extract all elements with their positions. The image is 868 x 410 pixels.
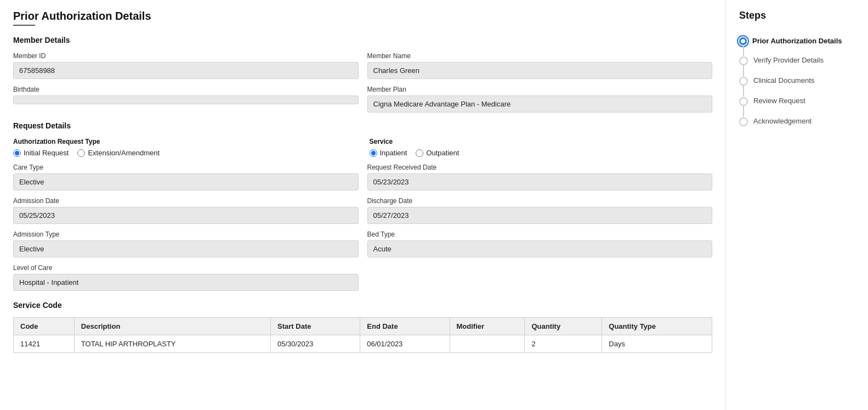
service-radio-options: Inpatient Outpatient: [370, 149, 713, 157]
discharge-date-label: Discharge Date: [367, 197, 713, 205]
auth-request-type-label: Authorization Request Type: [13, 138, 356, 145]
request-received-date-field: 05/23/2023: [367, 173, 713, 190]
service-table-head: Code Description Start Date End Date Mod…: [14, 318, 712, 335]
col-header-description: Description: [74, 318, 270, 335]
step-dot-prior-auth: [739, 37, 747, 45]
radio-initial-request[interactable]: Initial Request: [13, 149, 69, 157]
radio-inpatient-label: Inpatient: [380, 149, 407, 157]
level-of-care-group: Level of Care Hospital - Inpatient: [13, 264, 359, 291]
member-id-field: 675858988: [13, 62, 359, 79]
radio-extension-amendment-label: Extension/Amendment: [88, 149, 160, 157]
request-received-date-group: Request Received Date 05/23/2023: [367, 164, 713, 190]
service-code-table: Code Description Start Date End Date Mod…: [13, 317, 712, 353]
admission-date-label: Admission Date: [13, 197, 359, 205]
radio-inpatient-input[interactable]: [370, 149, 377, 157]
step-dot-verify-provider: [739, 57, 748, 65]
col-header-start-date: Start Date: [271, 318, 360, 335]
col-header-code: Code: [14, 318, 75, 335]
radio-initial-request-input[interactable]: [13, 149, 21, 157]
radio-initial-request-label: Initial Request: [24, 149, 69, 157]
step-item-verify-provider[interactable]: Verify Provider Details: [739, 50, 855, 71]
admission-discharge-row: Admission Date 05/25/2023 Discharge Date…: [13, 197, 712, 224]
discharge-date-field: 05/27/2023: [367, 207, 713, 224]
member-id-group: Member ID 675858988: [13, 52, 359, 79]
sidebar-title: Steps: [739, 10, 855, 21]
service-code-header: Service Code: [13, 301, 712, 310]
member-name-field: Charles Green: [367, 62, 713, 79]
radio-inpatient[interactable]: Inpatient: [370, 149, 407, 157]
table-row: 11421 TOTAL HIP ARTHROPLASTY 05/30/2023 …: [14, 335, 712, 353]
care-type-group: Care Type Elective: [13, 164, 359, 190]
care-type-date-row: Care Type Elective Request Received Date…: [13, 164, 712, 190]
radio-outpatient-input[interactable]: [416, 149, 423, 157]
cell-description: TOTAL HIP ARTHROPLASTY: [74, 335, 270, 353]
care-type-field: Elective: [13, 173, 359, 190]
admission-type-group: Admission Type Elective: [13, 231, 359, 257]
cell-modifier: [450, 335, 525, 353]
cell-quantity-type: Days: [602, 335, 712, 353]
member-id-label: Member ID: [13, 52, 359, 60]
sidebar: Steps Prior Authorization Details Verify…: [725, 0, 868, 410]
auth-radio-options: Initial Request Extension/Amendment: [13, 149, 356, 157]
service-label: Service: [370, 138, 713, 145]
col-header-quantity-type: Quantity Type: [602, 318, 712, 335]
admission-type-field: Elective: [13, 240, 359, 257]
member-name-label: Member Name: [367, 52, 713, 60]
bed-type-group: Bed Type Acute: [367, 231, 713, 257]
cell-code: 11421: [14, 335, 75, 353]
admission-date-field: 05/25/2023: [13, 207, 359, 224]
col-header-end-date: End Date: [360, 318, 450, 335]
cell-quantity: 2: [525, 335, 602, 353]
member-plan-field: Cigna Medicare Advantage Plan - Medicare: [367, 96, 713, 113]
radio-row: Authorization Request Type Initial Reque…: [13, 138, 712, 157]
member-plan-label: Member Plan: [367, 86, 713, 93]
birthdate-label: Birthdate: [13, 86, 359, 93]
service-table-header-row: Code Description Start Date End Date Mod…: [14, 318, 712, 335]
service-code-section: Service Code Code Description Start Date…: [13, 301, 712, 353]
radio-extension-amendment-input[interactable]: [77, 149, 85, 157]
request-received-date-label: Request Received Date: [367, 164, 713, 171]
level-of-care-row: Level of Care Hospital - Inpatient: [13, 264, 712, 291]
step-label-prior-auth: Prior Authorization Details: [752, 37, 842, 45]
bed-type-field: Acute: [367, 240, 713, 257]
col-header-modifier: Modifier: [450, 318, 525, 335]
birthdate-field: [13, 96, 359, 104]
col-header-quantity: Quantity: [525, 318, 602, 335]
service-table-body: 11421 TOTAL HIP ARTHROPLASTY 05/30/2023 …: [14, 335, 712, 353]
cell-end-date: 06/01/2023: [360, 335, 450, 353]
title-underline: [13, 25, 35, 26]
service-group: Service Inpatient Outpatient: [370, 138, 713, 157]
empty-group: [367, 264, 713, 291]
page-title: Prior Authorization Details: [13, 10, 712, 23]
admission-type-bed-type-row: Admission Type Elective Bed Type Acute: [13, 231, 712, 257]
member-plan-group: Member Plan Cigna Medicare Advantage Pla…: [367, 86, 713, 113]
main-content: Prior Authorization Details Member Detai…: [0, 0, 725, 410]
step-item-clinical-docs[interactable]: Clinical Documents: [739, 71, 855, 91]
member-id-name-row: Member ID 675858988 Member Name Charles …: [13, 52, 712, 79]
member-name-group: Member Name Charles Green: [367, 52, 713, 79]
level-of-care-label: Level of Care: [13, 264, 359, 272]
step-label-acknowledgement: Acknowledgement: [753, 117, 812, 125]
radio-outpatient[interactable]: Outpatient: [416, 149, 459, 157]
steps-list: Prior Authorization Details Verify Provi…: [739, 31, 855, 132]
step-item-prior-auth[interactable]: Prior Authorization Details: [739, 31, 855, 50]
radio-extension-amendment[interactable]: Extension/Amendment: [77, 149, 160, 157]
birthdate-group: Birthdate: [13, 86, 359, 113]
radio-outpatient-label: Outpatient: [426, 149, 459, 157]
discharge-date-group: Discharge Date 05/27/2023: [367, 197, 713, 224]
member-details-header: Member Details: [13, 36, 712, 44]
auth-request-type-group: Authorization Request Type Initial Reque…: [13, 138, 356, 157]
request-details-header: Request Details: [13, 121, 712, 130]
cell-start-date: 05/30/2023: [271, 335, 360, 353]
step-label-verify-provider: Verify Provider Details: [753, 56, 824, 64]
step-dot-clinical-docs: [739, 77, 748, 86]
step-item-review-request[interactable]: Review Request: [739, 91, 855, 111]
step-label-clinical-docs: Clinical Documents: [753, 76, 814, 85]
admission-date-group: Admission Date 05/25/2023: [13, 197, 359, 224]
birthdate-plan-row: Birthdate Member Plan Cigna Medicare Adv…: [13, 86, 712, 113]
step-item-acknowledgement[interactable]: Acknowledgement: [739, 111, 855, 132]
care-type-label: Care Type: [13, 164, 359, 171]
level-of-care-field: Hospital - Inpatient: [13, 274, 359, 291]
admission-type-label: Admission Type: [13, 231, 359, 238]
step-label-review-request: Review Request: [753, 97, 805, 105]
